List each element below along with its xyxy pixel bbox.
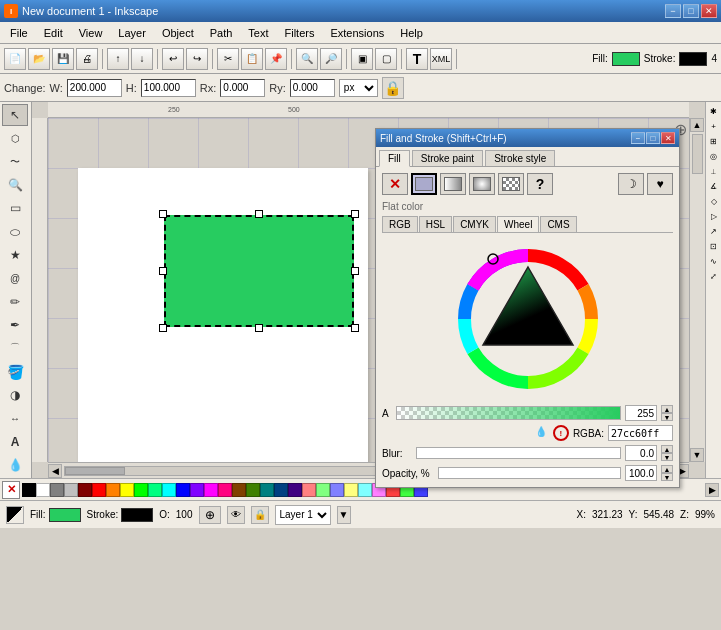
open-button[interactable]: 📂	[28, 48, 50, 70]
selector-tool[interactable]: ↖	[2, 104, 28, 126]
pen-tool[interactable]: ✒	[2, 314, 28, 336]
menu-object[interactable]: Object	[154, 25, 202, 41]
spiral-tool[interactable]: @	[2, 267, 28, 289]
tab-wheel[interactable]: Wheel	[497, 216, 539, 232]
snap-btn-5[interactable]: ⟂	[707, 164, 721, 178]
fill-other-button[interactable]: ♥	[647, 173, 673, 195]
menu-text[interactable]: Text	[240, 25, 276, 41]
redo-button[interactable]: ↪	[186, 48, 208, 70]
pal-olive[interactable]	[246, 483, 260, 497]
snap-btn-7[interactable]: ◇	[707, 194, 721, 208]
pal-red[interactable]	[92, 483, 106, 497]
opacity-spinbox-bottom[interactable]: ⊕	[199, 506, 221, 524]
pal-rose[interactable]	[218, 483, 232, 497]
menu-extensions[interactable]: Extensions	[322, 25, 392, 41]
stroke-swatch-bottom[interactable]	[121, 508, 153, 522]
pal-white[interactable]	[36, 483, 50, 497]
pencil-tool[interactable]: ✏	[2, 291, 28, 313]
snap-btn-1[interactable]: ✱	[707, 104, 721, 118]
color-wheel-svg[interactable]	[448, 239, 608, 399]
fill-color-swatch[interactable]	[612, 52, 640, 66]
tab-fill[interactable]: Fill	[379, 150, 410, 167]
zoom-out-button[interactable]: 🔎	[320, 48, 342, 70]
fill-linear-button[interactable]	[440, 173, 466, 195]
handle-tl[interactable]	[159, 210, 167, 218]
warning-icon[interactable]: !	[553, 425, 569, 441]
eye-icon[interactable]: 👁	[227, 506, 245, 524]
lock-aspect-button[interactable]: 🔒	[382, 77, 404, 99]
node-tool[interactable]: ⬡	[2, 127, 28, 149]
scroll-down-button[interactable]: ▼	[690, 448, 704, 462]
pal-lightcyan[interactable]	[358, 483, 372, 497]
tab-cms[interactable]: CMS	[540, 216, 576, 232]
blur-up[interactable]: ▲	[661, 445, 673, 453]
pal-spring[interactable]	[148, 483, 162, 497]
menu-layer[interactable]: Layer	[110, 25, 154, 41]
snap-btn-9[interactable]: ↗	[707, 224, 721, 238]
tab-cmyk[interactable]: CMYK	[453, 216, 496, 232]
pal-periwinkle[interactable]	[330, 483, 344, 497]
pal-mint[interactable]	[316, 483, 330, 497]
snap-btn-12[interactable]: ⤢	[707, 269, 721, 283]
import-button[interactable]: ↑	[107, 48, 129, 70]
menu-view[interactable]: View	[71, 25, 111, 41]
snap-btn-3[interactable]: ⊞	[707, 134, 721, 148]
opacity-up[interactable]: ▲	[661, 465, 673, 473]
rect-tool[interactable]: ▭	[2, 197, 28, 219]
xml-button[interactable]: XML	[430, 48, 452, 70]
v-scrollbar[interactable]: ▲ ▼	[689, 118, 705, 462]
v-scrollbar-thumb[interactable]	[692, 134, 703, 174]
ellipse-tool[interactable]: ⬭	[2, 221, 28, 243]
new-button[interactable]: 📄	[4, 48, 26, 70]
dialog-minimize[interactable]: −	[631, 132, 645, 144]
ungroup-button[interactable]: ▢	[375, 48, 397, 70]
text-tool[interactable]: A	[2, 430, 28, 452]
pal-black[interactable]	[22, 483, 36, 497]
paste-button[interactable]: 📌	[265, 48, 287, 70]
ry-input[interactable]	[290, 79, 335, 97]
star-tool[interactable]: ★	[2, 244, 28, 266]
dialog-maximize[interactable]: □	[646, 132, 660, 144]
pal-maroon[interactable]	[78, 483, 92, 497]
menu-edit[interactable]: Edit	[36, 25, 71, 41]
menu-file[interactable]: File	[2, 25, 36, 41]
pal-brown[interactable]	[232, 483, 246, 497]
fill-unset-button[interactable]: ☽	[618, 173, 644, 195]
blur-down[interactable]: ▼	[661, 453, 673, 461]
snap-btn-4[interactable]: ◎	[707, 149, 721, 163]
blur-input[interactable]	[625, 445, 657, 461]
opacity-input[interactable]	[625, 465, 657, 481]
pal-orange[interactable]	[106, 483, 120, 497]
tab-stroke-paint[interactable]: Stroke paint	[412, 150, 483, 166]
menu-filters[interactable]: Filters	[277, 25, 323, 41]
zoom-in-button[interactable]: 🔍	[296, 48, 318, 70]
pal-lime[interactable]	[134, 483, 148, 497]
snap-btn-2[interactable]: +	[707, 119, 721, 133]
handle-ml[interactable]	[159, 267, 167, 275]
fill-flat-button[interactable]	[411, 173, 437, 195]
pal-yellow[interactable]	[120, 483, 134, 497]
pal-silver[interactable]	[64, 483, 78, 497]
save-button[interactable]: 💾	[52, 48, 74, 70]
fill-none-button[interactable]: ✕	[382, 173, 408, 195]
alpha-up[interactable]: ▲	[661, 405, 673, 413]
lock-icon-bottom[interactable]: 🔒	[251, 506, 269, 524]
handle-tr[interactable]	[351, 210, 359, 218]
handle-mr[interactable]	[351, 267, 359, 275]
handle-br[interactable]	[351, 324, 359, 332]
snap-btn-6[interactable]: ∡	[707, 179, 721, 193]
pal-magenta[interactable]	[204, 483, 218, 497]
text-tool-button[interactable]: T	[406, 48, 428, 70]
snap-btn-8[interactable]: ▷	[707, 209, 721, 223]
pal-indigo[interactable]	[288, 483, 302, 497]
pal-navy[interactable]	[274, 483, 288, 497]
layer-select[interactable]: Layer 1	[275, 505, 331, 525]
h-scrollbar-thumb[interactable]	[65, 467, 125, 475]
handle-bm[interactable]	[255, 324, 263, 332]
fill-unknown-button[interactable]: ?	[527, 173, 553, 195]
calligraphy-tool[interactable]: ⌒	[2, 337, 28, 359]
pal-cyan[interactable]	[162, 483, 176, 497]
dialog-close[interactable]: ✕	[661, 132, 675, 144]
maximize-button[interactable]: □	[683, 4, 699, 18]
blur-slider[interactable]	[416, 447, 621, 459]
